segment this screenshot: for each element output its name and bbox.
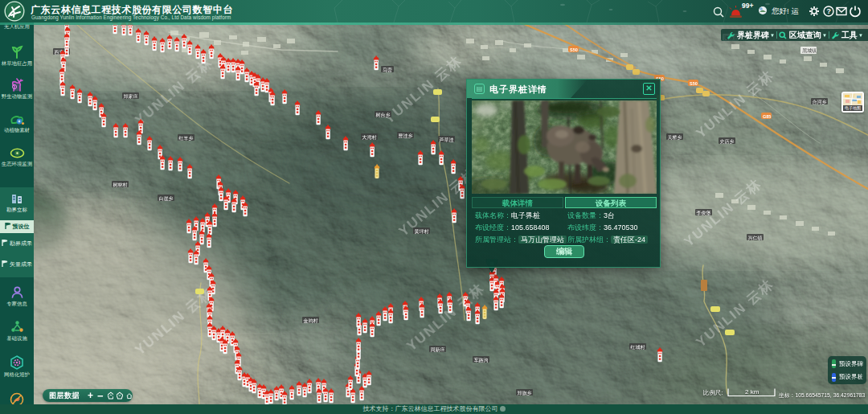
svg-text:2 km: 2 km <box>745 388 760 396</box>
svg-text:芦草洼: 芦草洼 <box>440 137 454 142</box>
svg-text:黄坪村: 黄坪村 <box>415 229 429 235</box>
svg-text:郑家庄: 郑家庄 <box>124 93 138 99</box>
svg-text:车路沟: 车路沟 <box>474 357 489 363</box>
svg-text:红羊乡: 红羊乡 <box>178 136 194 141</box>
svg-text:树台乡: 树台乡 <box>376 113 391 118</box>
svg-text:S50: S50 <box>690 81 698 86</box>
svg-text:金鸡村: 金鸡村 <box>303 318 318 324</box>
svg-text:史店乡: 史店乡 <box>720 138 735 145</box>
svg-text:李俊堡: 李俊堡 <box>696 210 711 215</box>
svg-text:红城村: 红城村 <box>630 345 645 350</box>
svg-text:马营: 马营 <box>383 68 392 73</box>
svg-text:大湾村: 大湾村 <box>362 134 377 141</box>
svg-text:黑城镇: 黑城镇 <box>802 48 817 53</box>
svg-text:99+: 99+ <box>742 2 753 10</box>
svg-text:G85: G85 <box>763 114 771 119</box>
svg-text:郑旗乡: 郑旗乡 <box>518 391 532 396</box>
svg-text:兴仁镇: 兴仁镇 <box>748 235 763 240</box>
svg-text:?: ? <box>826 7 831 15</box>
svg-text:关桥乡: 关桥乡 <box>668 134 682 140</box>
svg-text:白崖乡: 白崖乡 <box>159 195 174 202</box>
svg-text:您好! 运: 您好! 运 <box>772 6 799 15</box>
svg-text:曹洼乡: 曹洼乡 <box>399 133 413 138</box>
svg-text:树林村: 树林村 <box>113 182 128 188</box>
svg-text:S50: S50 <box>570 47 578 52</box>
svg-text:合河乡: 合河乡 <box>813 100 827 105</box>
svg-text:周新庄: 周新庄 <box>431 346 445 352</box>
